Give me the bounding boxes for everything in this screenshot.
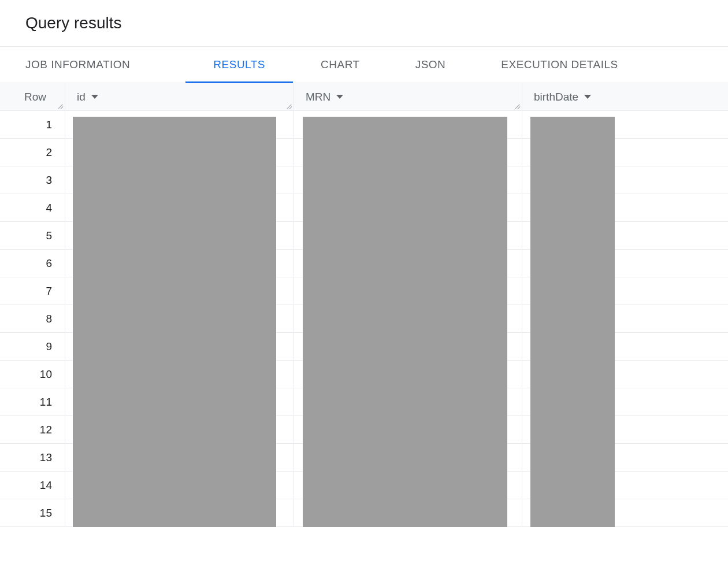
- row-number-cell: 4: [0, 194, 65, 221]
- table-row: 4: [0, 194, 728, 222]
- id-cell: [65, 361, 294, 388]
- mrn-cell: [294, 277, 522, 305]
- page-title: Query results: [25, 14, 728, 32]
- mrn-cell: [294, 111, 522, 138]
- table-row: 14: [0, 472, 728, 499]
- table-header-row: Row id MRN birthDate: [0, 83, 728, 111]
- table-row: 15: [0, 499, 728, 527]
- id-cell: [65, 416, 294, 443]
- row-number-cell: 2: [0, 139, 65, 166]
- birthdate-cell: [522, 444, 728, 471]
- column-header-row[interactable]: Row: [0, 83, 65, 110]
- resize-handle-icon: [56, 102, 63, 109]
- mrn-cell: [294, 416, 522, 443]
- table-row: 12: [0, 416, 728, 444]
- table-row: 6: [0, 250, 728, 277]
- column-header-id[interactable]: id: [65, 83, 294, 110]
- table-row: 7: [0, 277, 728, 305]
- tabs-bar: JOB INFORMATION RESULTS CHART JSON EXECU…: [0, 47, 728, 83]
- table-row: 2: [0, 139, 728, 166]
- table-row: 8: [0, 305, 728, 333]
- header: Query results: [0, 0, 728, 47]
- tab-label: JOB INFORMATION: [25, 58, 130, 70]
- mrn-cell: [294, 333, 522, 360]
- table-row: 10: [0, 361, 728, 388]
- table-row: 11: [0, 388, 728, 416]
- id-cell: [65, 111, 294, 138]
- table-row: 13: [0, 444, 728, 472]
- column-header-birthdate[interactable]: birthDate: [522, 83, 728, 110]
- birthdate-cell: [522, 388, 728, 415]
- resize-handle-icon: [285, 102, 292, 109]
- tab-execution-details[interactable]: EXECUTION DETAILS: [501, 47, 645, 83]
- chevron-down-icon: [336, 95, 343, 99]
- id-cell: [65, 194, 294, 221]
- id-cell: [65, 139, 294, 166]
- tab-label: EXECUTION DETAILS: [501, 58, 618, 70]
- mrn-cell: [294, 250, 522, 277]
- row-number-cell: 6: [0, 250, 65, 277]
- mrn-cell: [294, 166, 522, 194]
- table-row: 3: [0, 166, 728, 194]
- column-header-mrn[interactable]: MRN: [294, 83, 522, 110]
- tab-label: RESULTS: [213, 58, 265, 70]
- id-cell: [65, 305, 294, 332]
- birthdate-cell: [522, 305, 728, 332]
- row-number-cell: 5: [0, 222, 65, 249]
- chevron-down-icon: [584, 95, 591, 99]
- column-header-label: id: [77, 91, 86, 103]
- birthdate-cell: [522, 194, 728, 221]
- mrn-cell: [294, 444, 522, 471]
- tab-chart[interactable]: CHART: [321, 47, 388, 83]
- table-row: 1: [0, 111, 728, 139]
- row-number-cell: 8: [0, 305, 65, 332]
- birthdate-cell: [522, 499, 728, 526]
- birthdate-cell: [522, 277, 728, 305]
- row-number-cell: 9: [0, 333, 65, 360]
- row-number-cell: 15: [0, 499, 65, 526]
- results-table: Row id MRN birthDate 1 2: [0, 83, 728, 527]
- id-cell: [65, 444, 294, 471]
- id-cell: [65, 277, 294, 305]
- mrn-cell: [294, 361, 522, 388]
- birthdate-cell: [522, 250, 728, 277]
- id-cell: [65, 222, 294, 249]
- row-number-cell: 1: [0, 111, 65, 138]
- tab-label: CHART: [321, 58, 360, 70]
- tab-job-information[interactable]: JOB INFORMATION: [25, 47, 158, 83]
- row-number-cell: 14: [0, 472, 65, 499]
- row-number-cell: 3: [0, 166, 65, 194]
- mrn-cell: [294, 222, 522, 249]
- row-number-cell: 7: [0, 277, 65, 305]
- column-header-label: MRN: [306, 91, 330, 103]
- mrn-cell: [294, 305, 522, 332]
- row-number-cell: 11: [0, 388, 65, 415]
- resize-handle-icon: [513, 102, 520, 109]
- row-number-cell: 13: [0, 444, 65, 471]
- table-row: 5: [0, 222, 728, 250]
- mrn-cell: [294, 388, 522, 415]
- id-cell: [65, 333, 294, 360]
- tab-json[interactable]: JSON: [415, 47, 474, 83]
- birthdate-cell: [522, 222, 728, 249]
- mrn-cell: [294, 472, 522, 499]
- column-header-label: Row: [24, 91, 46, 103]
- mrn-cell: [294, 499, 522, 526]
- id-cell: [65, 166, 294, 194]
- birthdate-cell: [522, 111, 728, 138]
- tab-results[interactable]: RESULTS: [185, 47, 293, 83]
- column-header-label: birthDate: [534, 91, 578, 103]
- birthdate-cell: [522, 361, 728, 388]
- birthdate-cell: [522, 333, 728, 360]
- row-number-cell: 12: [0, 416, 65, 443]
- birthdate-cell: [522, 416, 728, 443]
- birthdate-cell: [522, 166, 728, 194]
- chevron-down-icon: [91, 95, 98, 99]
- id-cell: [65, 472, 294, 499]
- mrn-cell: [294, 139, 522, 166]
- birthdate-cell: [522, 472, 728, 499]
- birthdate-cell: [522, 139, 728, 166]
- mrn-cell: [294, 194, 522, 221]
- table-row: 9: [0, 333, 728, 361]
- id-cell: [65, 499, 294, 526]
